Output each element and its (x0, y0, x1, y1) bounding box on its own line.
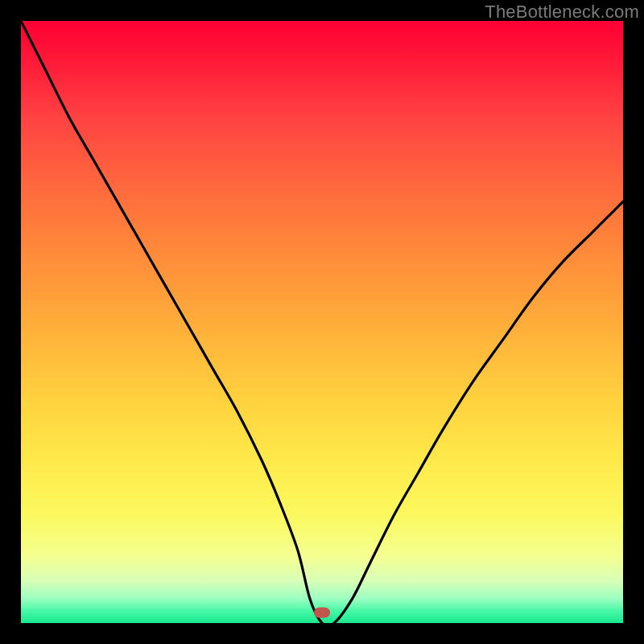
plot-area (21, 21, 623, 623)
watermark-text: TheBottleneck.com (485, 2, 639, 23)
optimum-marker (314, 607, 330, 617)
bottleneck-curve (21, 21, 623, 623)
chart-frame: TheBottleneck.com (0, 0, 644, 644)
